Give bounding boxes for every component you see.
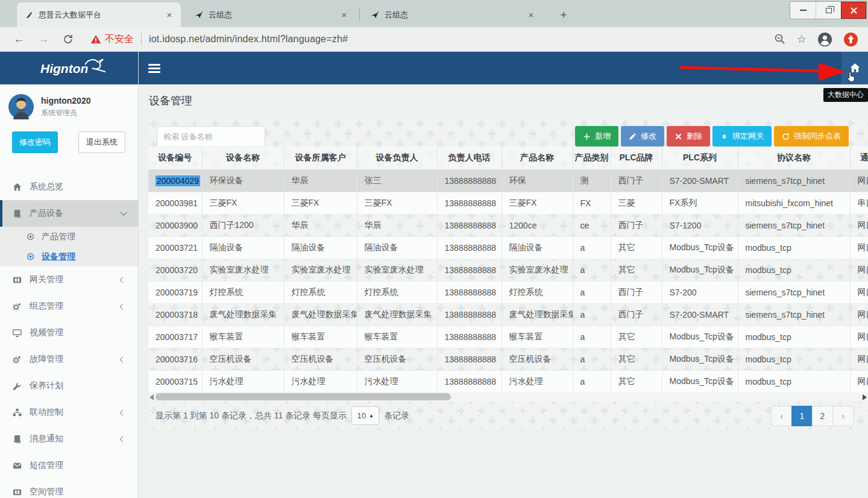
column-header[interactable]: 产品名称 <box>502 147 573 169</box>
sidebar-item-system-overview[interactable]: 系统总览 <box>0 174 138 200</box>
big-data-center-button[interactable] <box>841 52 868 84</box>
column-header[interactable]: 通讯方式 <box>850 147 868 169</box>
add-button[interactable]: 新增 <box>575 126 618 147</box>
column-header[interactable]: 设备编号 <box>148 147 202 169</box>
sidebar-item-device-management[interactable]: 设备管理 <box>0 247 138 266</box>
wrench-icon <box>12 382 22 391</box>
table-row[interactable]: 200003719灯控系统灯控系统灯控系统13888888888灯控系统a西门子… <box>148 281 868 303</box>
tab-title: 思普云大数据平台 <box>39 10 159 20</box>
search-input[interactable] <box>157 126 265 147</box>
table-cell: Modbus_Tcp设备 <box>662 326 738 348</box>
edit-button[interactable]: 修改 <box>621 126 664 147</box>
table-row[interactable]: 200003716空压机设备空压机设备空压机设备13888888888空压机设备… <box>148 348 868 370</box>
column-header[interactable]: 负责人电话 <box>437 147 502 169</box>
tab-close-icon[interactable]: × <box>164 10 175 20</box>
tab-close-icon[interactable]: × <box>526 10 536 20</box>
scroll-left-icon[interactable] <box>149 394 154 400</box>
table-cell: S7-200 <box>662 281 738 303</box>
security-warning-label[interactable]: 不安全 <box>105 33 134 46</box>
pager: ‹12› <box>772 406 854 426</box>
table-row[interactable]: 200003718废气处理数据采集废气处理数据采集废气处理数据采集1388888… <box>148 303 868 326</box>
minimize-button[interactable] <box>790 2 816 19</box>
pager-prev-button[interactable]: ‹ <box>771 406 792 426</box>
table-cell: 西门子 <box>611 303 662 326</box>
table-cell: 华辰 <box>284 169 357 192</box>
sidebar-item-sms-management[interactable]: 短信管理 <box>0 452 138 479</box>
menu-toggle-button[interactable] <box>148 62 160 75</box>
column-header[interactable]: 设备所属客户 <box>284 147 357 169</box>
pager-next-button[interactable]: › <box>832 406 854 426</box>
close-button[interactable] <box>841 2 866 19</box>
column-header[interactable]: 产品类别 <box>573 147 611 169</box>
new-tab-button[interactable]: + <box>556 7 571 23</box>
change-password-button[interactable]: 修改密码 <box>12 131 58 153</box>
cogs-icon <box>12 302 22 311</box>
table-row[interactable]: 200003720实验室废水处理实验室废水处理实验室废水处理1388888888… <box>148 259 868 281</box>
table-row[interactable]: 200003981三菱FX三菱FX三菱FX13888888888三菱FXFX三菱… <box>148 192 868 214</box>
table-row[interactable]: 200003717猴车装置猴车装置猴车装置13888888888猴车装置a其它M… <box>148 326 868 348</box>
url-text[interactable]: iot.idosp.net/admin/index.html?language=… <box>149 34 348 45</box>
browser-tab-2[interactable]: 云组态 × <box>187 2 356 27</box>
chevron-left-icon <box>120 436 126 442</box>
chevron-left-icon <box>120 277 126 283</box>
logout-button[interactable]: 退出系统 <box>78 131 125 153</box>
browser-tab-1[interactable]: 思普云大数据平台 × <box>17 2 181 27</box>
table-cell: 其它 <box>611 370 662 392</box>
back-icon[interactable]: ← <box>13 33 25 46</box>
table-cell: 网口 <box>850 303 868 326</box>
column-header[interactable]: PLC品牌 <box>611 147 662 169</box>
table-cell: siemens_s7tcp_hinet <box>738 281 850 303</box>
page-size-select[interactable]: 10 ▲ <box>351 406 379 425</box>
sidebar-item-maintenance-plan[interactable]: 保养计划 <box>0 373 138 399</box>
table-cell: 13888888888 <box>437 326 502 348</box>
pencil-icon <box>629 133 637 140</box>
horizontal-scrollbar[interactable] <box>148 392 868 402</box>
sidebar-item-message-notification[interactable]: 消息通知 <box>0 426 138 452</box>
bind-gateway-button[interactable]: 绑定网关 <box>712 126 772 147</box>
zoom-out-icon[interactable] <box>774 33 786 45</box>
column-header[interactable]: 设备名称 <box>202 147 284 169</box>
force-sync-button[interactable]: 强制同步点表 <box>774 126 849 147</box>
table-cell: 网口 <box>850 326 868 348</box>
sidebar-item-fault-management[interactable]: 故障管理 <box>0 346 138 373</box>
table-cell: 测 <box>573 169 611 192</box>
sidebar-item-video-management[interactable]: 视频管理 <box>0 320 138 346</box>
browser-extension-icon[interactable] <box>843 32 858 47</box>
restore-button[interactable] <box>816 2 841 19</box>
table-cell: 13888888888 <box>437 259 502 281</box>
column-header[interactable]: 协议名称 <box>738 147 850 169</box>
table-cell: 200003721 <box>148 236 202 259</box>
scroll-right-icon[interactable] <box>863 394 867 400</box>
table-cell: 其它 <box>611 326 662 348</box>
table-row[interactable]: 200003721隔油设备隔油设备隔油设备13888888888隔油设备a其它M… <box>148 236 868 259</box>
sidebar: Hignton hignton2020 系统管理员 修改密码 退出系统 <box>0 52 139 498</box>
reload-icon[interactable] <box>63 34 74 45</box>
column-header[interactable]: PLC系列 <box>662 147 738 169</box>
browser-tab-3[interactable]: 云组态 × <box>363 2 542 27</box>
table-cell: 13888888888 <box>437 169 502 192</box>
table-cell: 华辰 <box>357 214 437 236</box>
pager-page-button[interactable]: 1 <box>791 406 813 426</box>
sidebar-item-product-device[interactable]: 产品设备 <box>0 200 138 227</box>
table-row[interactable]: 200003900西门子1200华辰华辰138888888881200cece西… <box>148 214 868 236</box>
sidebar-item-linkage-control[interactable]: 联动控制 <box>0 399 138 426</box>
table-row[interactable]: 200004029环保设备华辰张三13888888888环保测西门子S7-200… <box>148 169 868 192</box>
scrollbar-thumb[interactable] <box>156 393 451 400</box>
desktop-icon <box>12 329 22 338</box>
sidebar-item-space-management[interactable]: 空间管理 <box>0 479 138 498</box>
column-header[interactable]: 设备负责人 <box>357 147 437 169</box>
table-row[interactable]: 200003715污水处理污水处理污水处理13888888888污水处理a其它M… <box>148 370 868 392</box>
pager-page-button[interactable]: 2 <box>812 406 833 426</box>
sidebar-item-product-management[interactable]: 产品管理 <box>0 227 138 247</box>
x-icon <box>675 133 682 140</box>
table-cell: 13888888888 <box>437 303 502 326</box>
sidebar-item-configuration-management[interactable]: 组态管理 <box>0 293 138 320</box>
delete-button[interactable]: 删除 <box>667 126 710 147</box>
tab-close-icon[interactable]: × <box>339 10 350 20</box>
sidebar-item-gateway-management[interactable]: 网关管理 <box>0 266 138 293</box>
table-cell: modbus_tcp <box>738 348 850 370</box>
bookmark-star-icon[interactable]: ☆ <box>797 33 807 46</box>
profile-avatar-icon[interactable] <box>817 32 832 47</box>
forward-icon[interactable]: → <box>38 33 49 46</box>
table-cell: 西门子 <box>611 281 662 303</box>
